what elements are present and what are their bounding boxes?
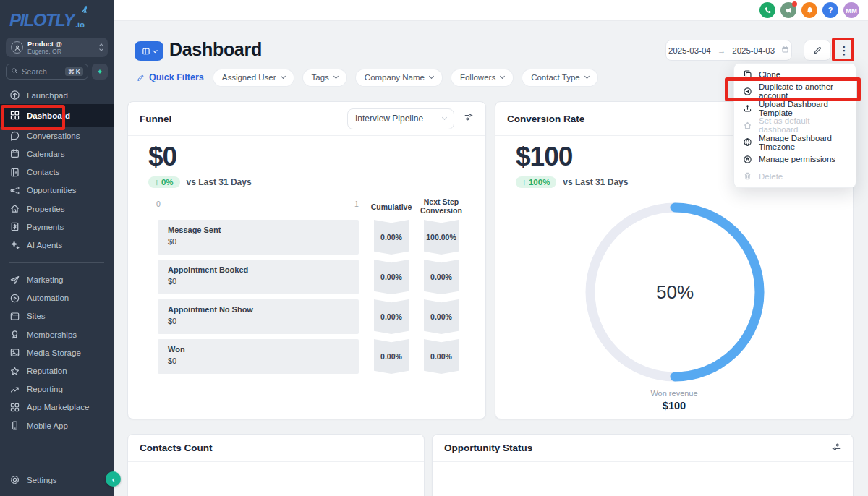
sidebar-item-reputation[interactable]: Reputation — [0, 362, 114, 380]
menu-item-manage-permissions[interactable]: Manage permissions — [734, 151, 856, 168]
house-icon — [9, 203, 20, 214]
funnel-card-title: Funnel — [140, 114, 171, 124]
quick-filters-button[interactable]: Quick Filters — [137, 72, 204, 82]
sidebar-item-memberships[interactable]: Memberships — [0, 325, 114, 343]
search-shortcut: ⌘ K — [65, 67, 83, 76]
stage-label: Message Sent — [168, 226, 359, 234]
chat-bubble-icon — [9, 130, 20, 141]
help-button[interactable]: ? — [822, 2, 838, 18]
widget-settings-icon[interactable] — [831, 442, 841, 455]
notifications-button[interactable] — [801, 2, 817, 18]
filter-label: Assigned User — [222, 73, 276, 82]
sidebar-collapse-button[interactable]: ‹ — [106, 471, 121, 487]
logo-text: PILOTLY — [9, 10, 74, 30]
sidebar-item-label: Calendars — [27, 150, 64, 158]
sidebar-divider — [9, 262, 104, 263]
menu-item-duplicate-to-another-account[interactable]: Duplicate to another account — [734, 83, 856, 101]
axis-min-label: 0 — [156, 200, 161, 208]
stage-value: $0 — [168, 356, 359, 365]
account-location: Eugene, OR — [27, 48, 62, 55]
sidebar-item-properties[interactable]: Properties — [0, 200, 114, 218]
filter-tags[interactable]: Tags — [303, 69, 346, 86]
sidebar-item-opportunities[interactable]: Opportunities — [0, 181, 114, 200]
sidebar-item-label: Conversations — [27, 132, 80, 140]
sidebar-item-label: Properties — [27, 205, 64, 213]
next-step-value: 0.00% — [424, 260, 459, 294]
sidebar-item-label: Mobile App — [27, 422, 68, 430]
menu-item-set-as-default-dashboard[interactable]: Set as default dashboard — [734, 117, 856, 134]
date-start: 2025-03-04 — [668, 46, 711, 55]
mobile-phone-icon — [9, 420, 20, 431]
chevron-down-icon — [429, 74, 434, 79]
sidebar-item-mobile-app[interactable]: Mobile App — [0, 416, 114, 435]
sidebar-item-calendars[interactable]: Calendars — [0, 145, 114, 163]
date-range-picker[interactable]: 2025-03-04 → 2025-04-03 — [665, 40, 792, 61]
menu-item-upload-dashboard-template[interactable]: Upload Dashboard Template — [734, 100, 856, 117]
sidebar-item-payments[interactable]: Payments — [0, 218, 114, 236]
paper-plane-icon — [9, 275, 20, 286]
next-step-line2: Conversion — [417, 207, 466, 215]
pencil-icon — [813, 46, 822, 55]
gear-icon — [9, 474, 20, 485]
sidebar-item-dashboard[interactable]: Dashboard — [0, 104, 114, 127]
upload-icon — [743, 103, 752, 113]
play-circle-icon — [9, 293, 20, 304]
arrow-right-icon: → — [718, 46, 726, 55]
clone-icon — [743, 69, 752, 79]
sidebar-item-reporting[interactable]: Reporting — [0, 380, 114, 398]
contacts-card-title: Contacts Count — [140, 442, 213, 453]
cumulative-value: 0.00% — [374, 339, 409, 374]
conversion-donut-chart: 50% — [581, 198, 769, 386]
menu-item-delete[interactable]: Delete — [734, 168, 856, 185]
next-step-value: 0.00% — [424, 299, 459, 334]
funnel-stage-row: Won $0 — [158, 339, 359, 374]
filter-contact-type[interactable]: Contact Type — [522, 69, 597, 86]
filter-label: Followers — [460, 73, 495, 82]
sidebar-item-label: Memberships — [27, 330, 77, 339]
sidebar-item-automation[interactable]: Automation — [0, 289, 114, 307]
menu-item-manage-dashboard-timezone[interactable]: Manage Dashboard Timezone — [734, 134, 856, 151]
chevron-down-icon — [442, 115, 447, 120]
donut-legend-value: $100 — [495, 400, 853, 411]
dashboard-switcher-button[interactable] — [135, 41, 163, 61]
sidebar-item-app-marketplace[interactable]: App Marketplace — [0, 398, 114, 416]
ai-assistant-button[interactable]: ✦ — [92, 64, 108, 80]
grid-apps-icon — [9, 402, 20, 413]
sidebar-item-contacts[interactable]: Contacts — [0, 163, 114, 181]
search-input[interactable]: Search ⌘ K — [6, 64, 88, 80]
pipeline-select[interactable]: Interview Pipeline — [347, 108, 454, 129]
cumulative-value: 0.00% — [374, 220, 409, 255]
announcements-button[interactable] — [780, 2, 796, 18]
sidebar-item-label: Sites — [27, 312, 46, 320]
sidebar-item-label: Automation — [27, 294, 69, 302]
sparkle-plus-icon — [9, 239, 20, 250]
date-end: 2025-04-03 — [732, 46, 775, 55]
filter-label: Tags — [312, 73, 329, 82]
funnel-card: Funnel Interview Pipeline $0 ↑ 0% vs Las… — [127, 101, 486, 419]
filter-company-name[interactable]: Company Name — [356, 69, 442, 86]
sidebar-item-label: App Marketplace — [27, 403, 89, 411]
sidebar-item-conversations[interactable]: Conversations — [0, 127, 114, 145]
sidebar-item-sites[interactable]: Sites — [0, 307, 114, 325]
user-avatar[interactable]: MM — [843, 2, 859, 18]
sidebar-item-marketing[interactable]: Marketing — [0, 271, 114, 289]
edit-dashboard-button[interactable] — [804, 40, 831, 61]
sidebar-item-launchpad[interactable]: Launchpad — [0, 86, 114, 104]
browser-window-icon — [9, 311, 20, 322]
dashboard-options-button[interactable]: ⋮ — [836, 40, 852, 60]
launchpad-icon — [9, 90, 20, 101]
filter-followers[interactable]: Followers — [451, 69, 513, 86]
sidebar-item-ai-agents[interactable]: AI Agents — [0, 236, 114, 254]
menu-item-clone[interactable]: Clone — [734, 66, 856, 83]
account-switcher[interactable]: Product @ Eugene, OR — [6, 38, 108, 57]
sidebar-item-media-storage[interactable]: Media Storage — [0, 343, 114, 362]
funnel-stage-row: Appointment No Show $0 — [158, 299, 359, 334]
phone-button[interactable] — [760, 2, 775, 18]
donut-percent-label: 50% — [581, 198, 769, 386]
menu-item-label: Delete — [759, 172, 783, 181]
phone-icon — [763, 6, 773, 15]
sidebar-item-label: Reputation — [27, 367, 67, 375]
widget-settings-icon[interactable] — [464, 112, 474, 125]
filter-assigned-user[interactable]: Assigned User — [213, 69, 294, 86]
sidebar-item-settings[interactable]: Settings — [0, 471, 114, 489]
